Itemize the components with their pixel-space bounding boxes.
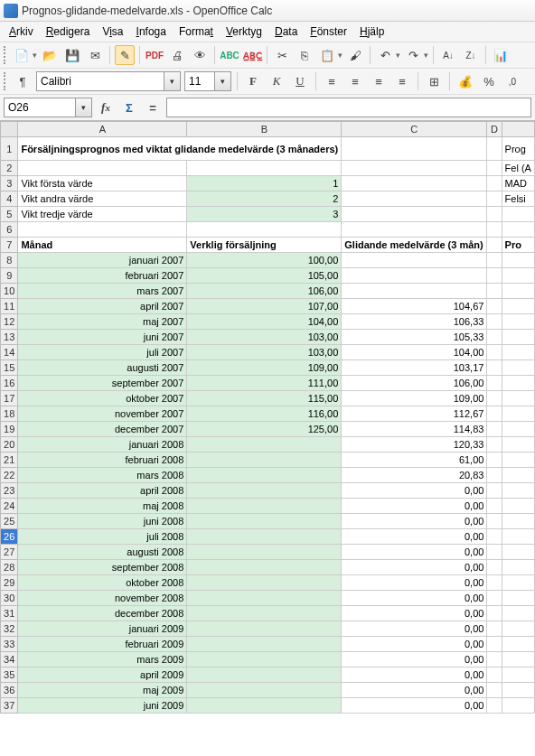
cell[interactable]: 125,00: [187, 422, 342, 437]
cell[interactable]: 116,00: [187, 406, 342, 422]
cell[interactable]: [487, 345, 502, 360]
cell[interactable]: [187, 667, 342, 683]
menu-infoga[interactable]: Infoga: [131, 23, 172, 40]
menubar[interactable]: Arkiv Redigera Visa Infoga Format Verkty…: [0, 22, 535, 42]
cell[interactable]: 0,00: [342, 575, 487, 591]
cell[interactable]: [502, 606, 534, 621]
cell[interactable]: 120,33: [342, 437, 487, 453]
cell[interactable]: [502, 314, 534, 330]
menu-data[interactable]: Data: [269, 23, 303, 40]
row-header[interactable]: 9: [1, 268, 18, 284]
cell[interactable]: [187, 560, 342, 575]
preview-icon[interactable]: 👁: [190, 45, 210, 65]
cell[interactable]: [502, 545, 534, 560]
equals-icon[interactable]: =: [143, 98, 163, 117]
row-header[interactable]: 3: [1, 176, 18, 191]
cell[interactable]: Fel (A: [502, 161, 534, 176]
col-header-a[interactable]: A: [18, 122, 187, 137]
cell[interactable]: 111,00: [187, 376, 342, 391]
col-header-e[interactable]: [502, 122, 534, 137]
row-header[interactable]: 27: [1, 545, 18, 560]
cell[interactable]: juni 2008: [18, 514, 187, 529]
cell[interactable]: april 2009: [18, 667, 187, 683]
row-header[interactable]: 8: [1, 253, 18, 268]
font-size-combo[interactable]: ▾: [184, 71, 231, 91]
cell[interactable]: [342, 253, 487, 268]
row-header[interactable]: 5: [1, 207, 18, 222]
cell[interactable]: [487, 422, 502, 437]
row-header[interactable]: 13: [1, 330, 18, 345]
cell[interactable]: 0,00: [342, 591, 487, 606]
sum-icon[interactable]: Σ: [119, 98, 139, 117]
menu-visa[interactable]: Visa: [97, 23, 128, 40]
cell[interactable]: [487, 268, 502, 284]
chevron-down-icon[interactable]: ▾: [214, 72, 230, 90]
sort-desc-icon[interactable]: Z↓: [461, 45, 481, 65]
cell[interactable]: Vikt andra värde: [18, 191, 187, 207]
cell[interactable]: januari 2009: [18, 621, 187, 637]
cell[interactable]: 0,00: [342, 560, 487, 575]
cell[interactable]: [342, 137, 487, 161]
cell[interactable]: [487, 606, 502, 621]
menu-fonster[interactable]: Fönster: [305, 23, 352, 40]
cell[interactable]: [487, 560, 502, 575]
row-header[interactable]: 10: [1, 284, 18, 299]
cell[interactable]: 105,00: [187, 268, 342, 284]
formula-input[interactable]: [166, 98, 531, 117]
row-header[interactable]: 16: [1, 376, 18, 391]
cell[interactable]: Månad: [18, 238, 187, 253]
cell[interactable]: [487, 514, 502, 529]
menu-redigera[interactable]: Redigera: [41, 23, 96, 40]
cell[interactable]: 0,00: [342, 606, 487, 621]
row-header[interactable]: 12: [1, 314, 18, 330]
cell[interactable]: [487, 391, 502, 406]
cell[interactable]: 104,00: [187, 314, 342, 330]
cell[interactable]: [502, 406, 534, 422]
redo-icon[interactable]: ↷: [403, 45, 423, 65]
row-header[interactable]: 35: [1, 667, 18, 683]
row-header[interactable]: 20: [1, 437, 18, 453]
row-header[interactable]: 32: [1, 621, 18, 637]
export-pdf-icon[interactable]: PDF: [145, 45, 164, 65]
cell[interactable]: [487, 621, 502, 637]
col-header-c[interactable]: C: [342, 122, 487, 137]
cell[interactable]: juli 2007: [18, 345, 187, 360]
cell[interactable]: [342, 191, 487, 207]
cell[interactable]: Försäljningsprognos med viktat glidande …: [18, 137, 342, 161]
sort-asc-icon[interactable]: A↓: [438, 45, 458, 65]
row-header[interactable]: 30: [1, 591, 18, 606]
cell[interactable]: [502, 207, 534, 222]
function-wizard-icon[interactable]: fx: [96, 98, 116, 117]
cell[interactable]: 0,00: [342, 683, 487, 698]
cell[interactable]: [342, 176, 487, 191]
cell[interactable]: november 2008: [18, 591, 187, 606]
menu-format[interactable]: Format: [174, 23, 219, 40]
cell[interactable]: [502, 391, 534, 406]
cell[interactable]: [502, 483, 534, 499]
cell[interactable]: [502, 591, 534, 606]
cell[interactable]: [187, 545, 342, 560]
spreadsheet-grid[interactable]: A B C D 1 Försäljningsprognos med viktat…: [0, 121, 535, 714]
cell[interactable]: [502, 284, 534, 299]
cell[interactable]: 109,00: [187, 360, 342, 376]
italic-icon[interactable]: K: [267, 71, 286, 91]
cell[interactable]: [187, 222, 342, 238]
cell[interactable]: januari 2008: [18, 437, 187, 453]
menu-hjalp[interactable]: Hjälp: [354, 23, 390, 40]
cell[interactable]: [502, 376, 534, 391]
row-header[interactable]: 28: [1, 560, 18, 575]
align-left-icon[interactable]: ≡: [322, 71, 342, 91]
row-header[interactable]: 15: [1, 360, 18, 376]
cell[interactable]: december 2007: [18, 422, 187, 437]
cell[interactable]: 107,00: [187, 299, 342, 314]
cell[interactable]: [187, 683, 342, 698]
row-header[interactable]: 6: [1, 222, 18, 238]
cell[interactable]: [18, 222, 187, 238]
cell[interactable]: MAD: [502, 176, 534, 191]
cell[interactable]: [502, 560, 534, 575]
format-paintbrush-icon[interactable]: 🖌: [345, 45, 365, 65]
font-name-input[interactable]: [37, 72, 164, 90]
cell[interactable]: augusti 2007: [18, 360, 187, 376]
cell[interactable]: september 2007: [18, 376, 187, 391]
cell[interactable]: [187, 575, 342, 591]
